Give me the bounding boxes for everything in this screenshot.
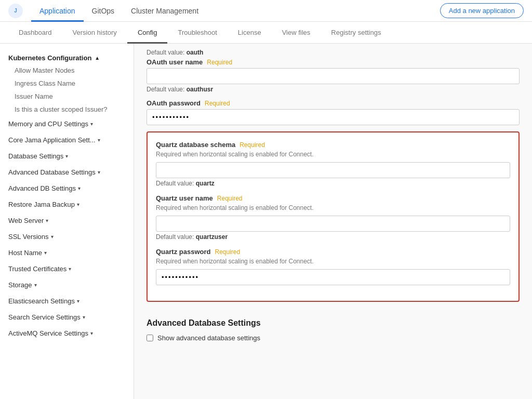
sidebar-advanced-db-label: Advanced Database Settings bbox=[8, 168, 96, 176]
advanced-db-checkbox[interactable] bbox=[147, 335, 153, 341]
quartz-username-default-value: quartzuser bbox=[196, 233, 228, 241]
oauth-password-input[interactable] bbox=[147, 109, 520, 125]
sidebar-storage[interactable]: Storage ▾ bbox=[0, 277, 134, 293]
app-logo: J bbox=[8, 4, 23, 18]
oauth-default-value: oauth bbox=[187, 49, 204, 56]
sidebar-activemq-label: ActiveMQ Service Settings bbox=[8, 329, 88, 337]
quartz-schema-input[interactable] bbox=[156, 162, 510, 178]
quartz-schema-label-text: Quartz database schema bbox=[156, 141, 235, 149]
quartz-username-default: Default value: quartzuser bbox=[156, 233, 510, 241]
sidebar-issuer-name[interactable]: Issuer Name bbox=[0, 90, 134, 103]
sidebar-ssl-versions-chevron: ▾ bbox=[51, 234, 54, 240]
sidebar-ingress-class[interactable]: Ingress Class Name bbox=[0, 77, 134, 90]
main-layout: Kubernetes Configuration ▲ Allow Master … bbox=[0, 44, 532, 399]
oauth-username-label-text: OAuth user name bbox=[147, 58, 203, 66]
quartz-password-label-text: Quartz password bbox=[156, 248, 210, 256]
sidebar-advanced-db-settings[interactable]: Advanced DB Settings ▾ bbox=[0, 180, 134, 196]
tab-registry-settings[interactable]: Registry settings bbox=[321, 22, 391, 44]
oauth-username-default-value: oauthusr bbox=[187, 86, 213, 93]
sidebar-database[interactable]: Database Settings ▾ bbox=[0, 148, 134, 164]
kubernetes-chevron-icon: ▲ bbox=[95, 55, 100, 61]
sidebar-search-service-label: Search Service Settings bbox=[8, 313, 81, 321]
quartz-highlighted-section: Quartz database schema Required Required… bbox=[147, 131, 520, 302]
sidebar-cluster-scoped[interactable]: Is this a cluster scoped Issuer? bbox=[0, 103, 134, 116]
advanced-db-checkbox-row: Show advanced database settings bbox=[134, 334, 532, 342]
sidebar-web-server[interactable]: Web Server ▾ bbox=[0, 212, 134, 229]
sidebar-activemq-chevron: ▾ bbox=[90, 330, 93, 336]
sidebar-trusted-certs-label: Trusted Certificates bbox=[8, 265, 66, 273]
quartz-username-input[interactable] bbox=[156, 216, 510, 232]
sidebar-core-jama[interactable]: Core Jama Application Sett... ▾ bbox=[0, 132, 134, 148]
quartz-schema-description: Required when horizontal scaling is enab… bbox=[156, 151, 510, 158]
sidebar-restore-jama[interactable]: Restore Jama Backup ▾ bbox=[0, 196, 134, 212]
top-nav: J Application GitOps Cluster Management … bbox=[0, 0, 532, 22]
tab-troubleshoot[interactable]: Troubleshoot bbox=[167, 22, 227, 44]
quartz-password-label: Quartz password Required bbox=[156, 248, 510, 256]
sidebar-search-service[interactable]: Search Service Settings ▾ bbox=[0, 309, 134, 325]
sidebar-memory-cpu-label: Memory and CPU Settings bbox=[8, 120, 88, 128]
sidebar-elasticsearch-chevron: ▾ bbox=[77, 298, 79, 304]
sidebar-trusted-certs[interactable]: Trusted Certificates ▾ bbox=[0, 261, 134, 277]
quartz-password-description: Required when horizontal scaling is enab… bbox=[156, 258, 510, 265]
oauth-default-row: Default value: oauth bbox=[134, 44, 532, 58]
quartz-password-field-group: Quartz password Required Required when h… bbox=[156, 248, 510, 285]
sidebar-trusted-certs-chevron: ▾ bbox=[69, 266, 71, 272]
sidebar-database-label: Database Settings bbox=[8, 152, 63, 160]
quartz-password-required-badge: Required bbox=[215, 248, 240, 256]
sidebar: Kubernetes Configuration ▲ Allow Master … bbox=[0, 44, 134, 399]
tab-dashboard[interactable]: Dashboard bbox=[8, 22, 62, 44]
quartz-password-input[interactable] bbox=[156, 269, 510, 285]
advanced-db-checkbox-label[interactable]: Show advanced database settings bbox=[157, 334, 260, 342]
sidebar-elasticsearch-label: Elasticsearch Settings bbox=[8, 297, 75, 305]
tab-config[interactable]: Config bbox=[127, 22, 168, 44]
oauth-username-input[interactable] bbox=[147, 68, 520, 84]
sidebar-core-jama-label: Core Jama Application Sett... bbox=[8, 136, 96, 144]
tab-license[interactable]: License bbox=[228, 22, 272, 44]
sidebar-advanced-db[interactable]: Advanced Database Settings ▾ bbox=[0, 164, 134, 180]
sidebar-advanced-db-chevron: ▾ bbox=[98, 169, 100, 175]
top-nav-application[interactable]: Application bbox=[31, 0, 84, 22]
top-nav-gitops[interactable]: GitOps bbox=[84, 0, 123, 22]
oauth-username-required-badge: Required bbox=[207, 59, 232, 66]
oauth-password-label: OAuth password Required bbox=[147, 99, 520, 107]
main-content: Default value: oauth OAuth user name Req… bbox=[134, 44, 532, 399]
oauth-password-required-badge: Required bbox=[205, 100, 230, 107]
quartz-username-label-text: Quartz user name bbox=[156, 194, 213, 202]
advanced-db-heading: Advanced Database Settings bbox=[134, 308, 532, 334]
sidebar-memory-cpu[interactable]: Memory and CPU Settings ▾ bbox=[0, 116, 134, 132]
quartz-username-required-badge: Required bbox=[217, 195, 243, 202]
kubernetes-section[interactable]: Kubernetes Configuration ▲ bbox=[0, 50, 134, 64]
top-nav-cluster[interactable]: Cluster Management bbox=[123, 0, 207, 22]
sidebar-host-name[interactable]: Host Name ▾ bbox=[0, 245, 134, 261]
sidebar-ssl-versions[interactable]: SSL Versions ▾ bbox=[0, 229, 134, 245]
sidebar-search-service-chevron: ▾ bbox=[83, 314, 85, 320]
top-nav-items: Application GitOps Cluster Management bbox=[31, 0, 207, 22]
sidebar-ssl-versions-label: SSL Versions bbox=[8, 233, 49, 241]
sidebar-host-name-label: Host Name bbox=[8, 249, 42, 257]
oauth-username-field-group: OAuth user name Required Default value: … bbox=[134, 58, 532, 93]
sidebar-activemq[interactable]: ActiveMQ Service Settings ▾ bbox=[0, 325, 134, 341]
quartz-schema-default-value: quartz bbox=[196, 180, 215, 187]
sidebar-advanced-db-settings-chevron: ▾ bbox=[78, 185, 81, 191]
sidebar-storage-label: Storage bbox=[8, 281, 32, 289]
sidebar-restore-jama-chevron: ▾ bbox=[77, 202, 79, 207]
tab-version-history[interactable]: Version history bbox=[62, 22, 127, 44]
oauth-username-label: OAuth user name Required bbox=[147, 58, 520, 66]
oauth-password-label-text: OAuth password bbox=[147, 99, 201, 107]
sidebar-allow-master[interactable]: Allow Master Nodes bbox=[0, 64, 134, 77]
sidebar-elasticsearch[interactable]: Elasticsearch Settings ▾ bbox=[0, 293, 134, 309]
sidebar-web-server-label: Web Server bbox=[8, 217, 44, 224]
add-application-button[interactable]: Add a new application bbox=[440, 3, 524, 18]
oauth-username-default: Default value: oauthusr bbox=[147, 86, 520, 93]
sidebar-host-name-chevron: ▾ bbox=[44, 250, 47, 256]
quartz-schema-field-group: Quartz database schema Required Required… bbox=[156, 141, 510, 187]
oauth-password-field-group: OAuth password Required bbox=[134, 99, 532, 125]
sidebar-advanced-db-settings-label: Advanced DB Settings bbox=[8, 184, 76, 192]
quartz-schema-label: Quartz database schema Required bbox=[156, 141, 510, 149]
quartz-schema-default: Default value: quartz bbox=[156, 180, 510, 187]
sidebar-storage-chevron: ▾ bbox=[34, 282, 37, 288]
tab-view-files[interactable]: View files bbox=[272, 22, 321, 44]
sidebar-database-chevron: ▾ bbox=[65, 153, 68, 159]
quartz-username-field-group: Quartz user name Required Required when … bbox=[156, 194, 510, 241]
sidebar-memory-cpu-chevron: ▾ bbox=[90, 121, 93, 127]
